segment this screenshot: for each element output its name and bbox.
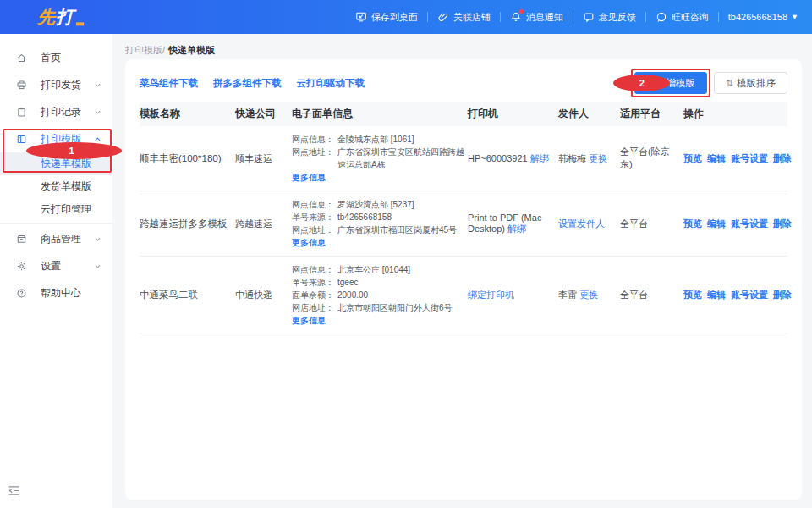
waybill-info: 网点信息：罗湖沙湾点部 [5237] 单号来源：tb4265668158 网点地… [292, 198, 468, 249]
info-value: 2000.00 [337, 289, 468, 301]
edit-link[interactable]: 编辑 [707, 152, 726, 165]
save-to-desktop-label: 保存到桌面 [371, 11, 418, 24]
change-sender-link[interactable]: 更换 [579, 290, 598, 300]
printer-cell: HP~60003921 解绑 [468, 152, 558, 165]
info-label: 网点信息： [292, 263, 337, 276]
home-icon [16, 52, 27, 64]
sidebar-item-home[interactable]: 首页 [0, 44, 112, 71]
edit-link[interactable]: 编辑 [707, 289, 726, 301]
gear-icon [16, 261, 27, 272]
topbar-divider [500, 12, 501, 22]
save-to-desktop-button[interactable]: 保存到桌面 [355, 11, 418, 24]
pdd-component-download-link[interactable]: 拼多多组件下载 [213, 77, 282, 90]
delete-link[interactable]: 删除 [773, 289, 792, 301]
printer-icon [16, 80, 27, 91]
info-label: 面单余额： [292, 289, 337, 301]
feedback-button[interactable]: 意见反馈 [583, 11, 636, 24]
account-menu[interactable]: tb4265668158 ▼ [728, 12, 798, 22]
info-label: 单号来源： [292, 211, 337, 224]
annotated-nav-group: 打印模版 快递单模版 1 [0, 125, 112, 175]
toolbar: 菜鸟组件下载 拼多多组件下载 云打印驱动下载 + 新增模版 2 ⇅ 模版排序 [140, 72, 787, 94]
link-shop-button[interactable]: 关联店铺 [437, 11, 491, 24]
sidebar-divider [0, 223, 112, 224]
chevron-down-icon [94, 235, 102, 243]
topbar-menu: 保存到桌面 关联店铺 消息通知 意见反馈 [355, 11, 798, 24]
info-value: 广东省深圳市福田区岗厦村45号 [337, 224, 468, 236]
more-info-link[interactable]: 更多信息 [292, 314, 326, 327]
preview-link[interactable]: 预览 [683, 289, 702, 301]
sender-cell: 韩梅梅 更换 [558, 152, 620, 165]
col-header-platform: 适用平台 [620, 107, 683, 121]
sidebar-item-goods[interactable]: 商品管理 [0, 225, 112, 252]
preview-link[interactable]: 预览 [683, 218, 702, 230]
sidebar-item-settings[interactable]: 设置 [0, 252, 112, 279]
info-value: 金陵城东点部 [1061] [337, 133, 468, 146]
actions-cell: 预览 编辑 账号设置 删除 [683, 218, 792, 230]
waybill-info: 网点信息：金陵城东点部 [1061] 网点地址：广东省深圳市宝安区航站四路跨越速… [292, 133, 468, 184]
courier-company: 顺丰速运 [235, 152, 292, 165]
sidebar: 首页 打印发货 打印记录 打印模版 快递单模版 [0, 34, 112, 508]
waybill-info: 网点信息：北京车公庄 [01044] 单号来源：tgeec 面单余额：2000.… [292, 263, 468, 327]
info-value: tgeec [337, 276, 468, 289]
account-settings-link[interactable]: 账号设置 [731, 152, 768, 165]
cainiao-component-download-link[interactable]: 菜鸟组件下载 [140, 77, 198, 90]
change-sender-link[interactable]: 更换 [589, 153, 607, 163]
wangwang-consult-button[interactable]: 旺旺咨询 [656, 11, 709, 24]
annotation-step1-badge: 1 [26, 142, 122, 159]
sidebar-item-label: 云打印管理 [41, 202, 91, 217]
app-logo: 先打▂ [37, 5, 84, 29]
cloud-print-driver-download-link[interactable]: 云打印驱动下载 [297, 77, 365, 90]
set-sender-link[interactable]: 设置发件人 [558, 218, 605, 229]
sort-templates-button[interactable]: ⇅ 模版排序 [714, 72, 787, 94]
template-name: 顺丰丰密(100*180) [140, 152, 235, 165]
chevron-down-icon [94, 108, 102, 116]
printer-cell: 绑定打印机 [468, 289, 558, 301]
sidebar-item-label: 帮助中心 [41, 286, 81, 301]
unbind-printer-link[interactable]: 解绑 [530, 153, 549, 163]
bind-printer-link[interactable]: 绑定打印机 [468, 290, 514, 300]
sidebar-subitem-cloud-print[interactable]: 云打印管理 [0, 198, 112, 221]
sort-icon: ⇅ [726, 78, 733, 89]
chevron-up-icon [94, 135, 102, 143]
collapse-sidebar-icon[interactable] [8, 485, 20, 496]
sidebar-item-help[interactable]: 帮助中心 [0, 279, 112, 306]
info-label: 单号来源： [292, 276, 337, 289]
notifications-button[interactable]: 消息通知 [510, 11, 563, 24]
topbar-divider [427, 12, 428, 22]
platform-cell: 全平台 [620, 218, 683, 230]
topbar-divider [718, 12, 719, 22]
add-template-button-wrap: + 新增模版 2 [634, 72, 707, 94]
save-to-desktop-icon [355, 11, 367, 23]
sidebar-item-label: 发货单模版 [41, 179, 91, 194]
annotation-step2-badge: 2 [613, 75, 670, 91]
delete-link[interactable]: 删除 [773, 152, 792, 165]
delete-link[interactable]: 删除 [773, 218, 792, 230]
sidebar-item-print-ship[interactable]: 打印发货 [0, 71, 112, 98]
account-settings-link[interactable]: 账号设置 [731, 218, 768, 230]
col-header-printer: 打印机 [468, 107, 558, 121]
col-header-courier: 快递公司 [235, 107, 292, 121]
wangwang-icon [656, 11, 667, 23]
breadcrumb-parent[interactable]: 打印模版/ [125, 44, 165, 57]
topbar-divider [573, 12, 573, 22]
col-header-sender: 发件人 [558, 107, 620, 121]
sidebar-item-label: 商品管理 [41, 232, 81, 246]
platform-cell: 全平台 [620, 289, 683, 301]
notifications-label: 消息通知 [526, 11, 563, 24]
printer-name: HP~60003921 [468, 153, 528, 163]
sidebar-item-label: 首页 [41, 51, 61, 65]
edit-link[interactable]: 编辑 [707, 218, 726, 230]
more-info-link[interactable]: 更多信息 [292, 236, 326, 249]
table-header: 模板名称 快递公司 电子面单信息 打印机 发件人 适用平台 操作 [140, 102, 787, 126]
actions-cell: 预览 编辑 账号设置 删除 [683, 152, 792, 165]
info-label: 网点地址： [292, 146, 337, 171]
col-header-waybill-info: 电子面单信息 [292, 107, 468, 121]
preview-link[interactable]: 预览 [683, 152, 702, 165]
records-icon [16, 107, 27, 118]
more-info-link[interactable]: 更多信息 [292, 171, 326, 184]
feedback-label: 意见反馈 [599, 11, 636, 24]
sidebar-item-print-records[interactable]: 打印记录 [0, 98, 112, 125]
account-settings-link[interactable]: 账号设置 [731, 289, 768, 301]
unbind-printer-link[interactable]: 解绑 [508, 224, 526, 234]
sidebar-subitem-shipping-template[interactable]: 发货单模版 [0, 175, 112, 198]
